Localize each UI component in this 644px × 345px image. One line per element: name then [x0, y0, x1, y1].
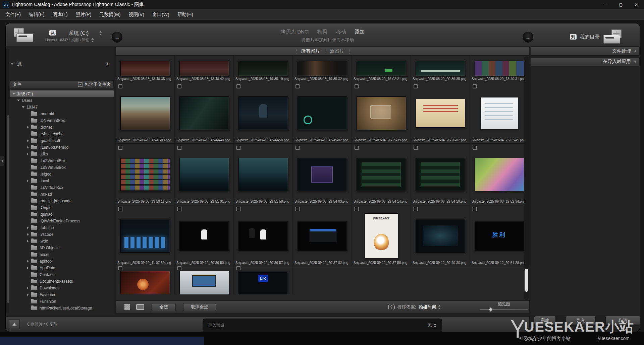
tree-row[interactable]: apktool	[10, 258, 114, 265]
done-button[interactable]: 完成	[534, 316, 556, 325]
photo-cell[interactable]: Snipaste_2025-09-12_20-40-30.png	[411, 205, 470, 266]
source-drive-icon[interactable]	[14, 28, 34, 43]
source-path[interactable]: Users \ 18347 \ 桌面 \ 回忆	[45, 38, 94, 43]
import-button[interactable]: 导入	[566, 316, 596, 325]
thumbnail-size-slider[interactable]	[480, 309, 528, 310]
tree-row[interactable]: .wdc	[10, 238, 114, 245]
photo-cell[interactable]: Snipaste_2025-08-29_13-44-40.png	[175, 82, 234, 143]
tree-row[interactable]: htmlPackerUserLocalStorage	[10, 305, 114, 312]
photo-checkbox[interactable]	[236, 146, 240, 150]
photo-checkbox[interactable]	[118, 146, 122, 150]
photo-checkbox[interactable]	[355, 207, 359, 211]
photo-cell[interactable]: Snipaste_2025-09-10_11-07-50.png	[116, 205, 175, 266]
photo-checkbox[interactable]	[118, 207, 122, 211]
expander-right-icon[interactable]	[26, 293, 30, 296]
expander-right-icon[interactable]	[26, 226, 30, 229]
tree-row[interactable]: .Ld9VirtualBox	[10, 164, 114, 171]
tree-row[interactable]: Downloads	[10, 285, 114, 291]
tree-row[interactable]: ansel	[10, 251, 114, 258]
menu-item[interactable]: 照片(P)	[72, 9, 96, 20]
photo-checkbox[interactable]	[236, 266, 240, 270]
photo-cell[interactable]: 胜利Snipaste_2025-09-12_20-51-28.png	[470, 205, 529, 266]
tree-row[interactable]: .dotnet	[10, 124, 114, 131]
photo-thumbnail[interactable]	[475, 61, 524, 76]
import-method-tab[interactable]: 拷贝	[317, 29, 327, 35]
tree-row[interactable]: 3D Objects	[10, 245, 114, 251]
expander-down-icon[interactable]	[16, 99, 20, 101]
photo-thumbnail[interactable]	[120, 96, 170, 130]
photo-thumbnail[interactable]	[120, 271, 170, 294]
photo-thumbnail[interactable]	[238, 96, 288, 130]
photo-cell[interactable]: Snipaste_2025-08-29_13-41-09.png	[116, 82, 175, 143]
tree-row[interactable]: 18347	[10, 104, 114, 111]
photo-cell[interactable]: Snipaste_2025-08-29_00-39-35.png	[411, 56, 470, 82]
photo-cell[interactable]: Snipaste_2025-09-06_13-19-11.png	[116, 144, 175, 205]
photo-checkbox[interactable]	[177, 266, 181, 270]
photo-cell[interactable]: Snipaste_2025-08-18_18-48-42.png	[175, 56, 234, 82]
source-selector-arrows-icon[interactable]	[99, 31, 102, 35]
photo-thumbnail[interactable]	[416, 99, 465, 128]
select-all-button[interactable]: 全选	[152, 303, 176, 311]
photo-thumbnail[interactable]	[298, 61, 347, 76]
tree-row[interactable]: .e4mc_cache	[10, 131, 114, 137]
photo-checkbox[interactable]	[177, 84, 181, 88]
photo-cell[interactable]: Snipaste_2025-08-29_13-44-50.png	[234, 82, 293, 143]
tree-row[interactable]: .guanjiasoft	[10, 137, 114, 144]
expander-right-icon[interactable]	[26, 146, 30, 149]
photo-cell[interactable]: Snipaste_2025-08-29_13-45-02.png	[293, 82, 352, 143]
tree-row[interactable]: .leigod	[10, 171, 114, 178]
menu-item[interactable]: 视图(V)	[124, 9, 148, 20]
photo-thumbnail[interactable]	[120, 219, 170, 253]
photo-thumbnail[interactable]	[179, 96, 229, 130]
tree-row[interactable]: .Origin	[10, 204, 114, 211]
photo-checkbox[interactable]	[473, 84, 477, 88]
expander-right-icon[interactable]	[26, 233, 30, 236]
photo-thumbnail[interactable]	[179, 271, 229, 294]
photo-checkbox[interactable]	[296, 146, 300, 150]
menu-item[interactable]: 图库(L)	[49, 9, 72, 20]
photo-checkbox[interactable]	[236, 207, 240, 211]
photo-cell[interactable]: Snipaste_2025-09-04_20-26-02.png	[411, 82, 470, 143]
photo-thumbnail[interactable]	[357, 96, 406, 130]
maximize-icon[interactable]: ▢	[613, 0, 629, 9]
source-panel-scrollbar[interactable]	[6, 48, 9, 314]
menu-item[interactable]: 窗口(W)	[148, 9, 173, 20]
tree-row[interactable]: .oracle_jre_usage	[10, 198, 114, 204]
photo-cell[interactable]: Snipaste_2025-08-20_16-02-21.png	[352, 56, 411, 82]
photo-cell[interactable]: Snipaste_2025-09-06_22-51-58.png	[234, 144, 293, 205]
expander-right-icon[interactable]	[26, 126, 30, 129]
photo-thumbnail[interactable]	[416, 158, 465, 191]
photo-checkbox[interactable]	[296, 84, 300, 88]
photo-thumbnail[interactable]	[481, 97, 518, 129]
import-method-tab[interactable]: 移动	[336, 29, 346, 35]
expander-right-icon[interactable]	[26, 266, 30, 270]
photo-checkbox[interactable]	[177, 146, 181, 150]
tree-row[interactable]: AppData	[10, 265, 114, 271]
photo-checkbox[interactable]	[473, 146, 477, 150]
close-icon[interactable]: ✕	[629, 0, 644, 9]
photo-cell[interactable]: Lrc	[234, 266, 293, 294]
cancel-button[interactable]: 取消	[605, 316, 640, 325]
photo-checkbox[interactable]	[118, 266, 122, 270]
tree-row[interactable]: .Ld2VirtualBox	[10, 157, 114, 164]
tree-row[interactable]: .qimiao	[10, 211, 114, 218]
photo-checkbox[interactable]	[414, 146, 418, 150]
photo-thumbnail[interactable]	[120, 61, 170, 76]
tree-row[interactable]: .local	[10, 178, 114, 184]
photo-thumbnail[interactable]	[475, 158, 524, 191]
photo-cell[interactable]: Snipaste_2025-09-12_20-36-50.png	[175, 205, 234, 266]
grid-scrollbar-thumb[interactable]	[525, 269, 528, 292]
photo-checkbox[interactable]	[236, 84, 240, 88]
photo-cell[interactable]: Snipaste_2025-09-06_22-54-03.png	[293, 144, 352, 205]
tree-row[interactable]: .QtWebEngineProcess	[10, 218, 114, 224]
photo-thumbnail[interactable]: yuesekaer	[365, 213, 398, 258]
photo-thumbnail[interactable]	[179, 61, 229, 76]
photo-thumbnail[interactable]	[179, 221, 229, 251]
deselect-all-button[interactable]: 取消全选	[183, 303, 216, 311]
photo-cell[interactable]: Snipaste_2025-08-29_13-40-31.png	[470, 56, 529, 82]
right-panel-section-apply-during-import[interactable]: 在导入时应用	[531, 57, 640, 66]
expander-right-icon[interactable]	[26, 179, 30, 183]
expander-down-icon[interactable]	[21, 106, 25, 108]
photo-thumbnail[interactable]	[238, 158, 288, 191]
photo-checkbox[interactable]	[473, 207, 477, 211]
